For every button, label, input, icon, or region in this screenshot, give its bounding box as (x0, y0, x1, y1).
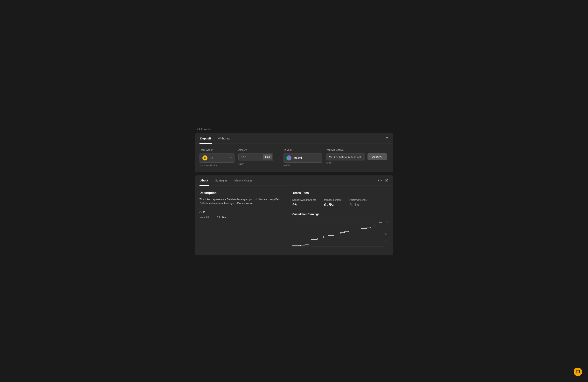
tab-deposit[interactable]: Deposit (200, 133, 212, 144)
tab-historical-rates[interactable]: Historical rates (233, 175, 253, 186)
tab-withdraw[interactable]: Withdraw (217, 133, 231, 144)
deposit-tab-bar: Deposit Withdraw ⚙ (195, 133, 393, 144)
vault-display: dsDAI (284, 153, 322, 163)
cumulative-earnings-section: Cumulative Earnings 12 6 3 (292, 212, 388, 250)
net-apr-label: Net APR (200, 216, 209, 219)
deposit-fee-item: Deposit/Withdrawal fee 0% (292, 199, 316, 207)
deposit-withdrawal-fee-value: 0% (292, 202, 316, 207)
fees-row: Deposit/Withdrawal fee 0% Management fee… (292, 199, 388, 207)
info-content: Description This token represents a Dull… (195, 186, 393, 255)
amount-col: Amount Max $100 (238, 149, 273, 165)
token-name: DAI (210, 156, 228, 159)
from-wallet-label: From wallet (200, 149, 234, 151)
chat-bubble[interactable] (574, 368, 582, 376)
deposit-withdrawal-fee-label: Deposit/Withdrawal fee (292, 199, 316, 201)
amount-label: Amount (238, 149, 273, 151)
info-card: About Strategies Historical rates (195, 175, 393, 255)
back-to-vaults-link[interactable]: Back to vaults (195, 127, 210, 130)
description-title: Description (200, 191, 284, 195)
settings-button[interactable]: ⚙ (385, 136, 388, 140)
svg-text:12: 12 (385, 221, 388, 223)
deposit-form: From wallet DAI ▾ You have 768 DAI (195, 144, 393, 172)
apr-section: APR Net APR 12.86% (200, 210, 284, 219)
deposit-card: Deposit Withdraw ⚙ From wallet (195, 133, 393, 172)
apr-title: APR (200, 210, 284, 213)
arrow-icon: → (276, 149, 280, 160)
to-vault-label: To vault (284, 149, 322, 151)
performance-fee-label: Performance fee (349, 199, 367, 201)
token-select[interactable]: DAI ▾ (200, 153, 234, 163)
chevron-down-icon: ▾ (230, 156, 231, 159)
description-text: This token represents a Dullahan leverag… (200, 197, 284, 206)
external-link-button[interactable] (385, 179, 388, 182)
amount-input-wrap: Max (238, 153, 273, 161)
receive-label: You will receive (326, 149, 388, 151)
performance-fee-item: Performance fee 0.1% (349, 199, 367, 207)
tab-strategies[interactable]: Strategies (214, 175, 228, 186)
apr-row: Net APR 12.86% (200, 216, 284, 219)
max-button[interactable]: Max (263, 154, 272, 159)
tab-about[interactable]: About (200, 175, 209, 186)
info-tab-bar-right (378, 176, 388, 185)
performance-fee-value: 0.1% (349, 202, 367, 207)
vault-icon (286, 155, 292, 160)
amount-input[interactable] (239, 153, 263, 161)
svg-text:3: 3 (385, 240, 387, 242)
fees-chart-section: Yearn Fees Deposit/Withdrawal fee 0% Man… (292, 191, 388, 250)
chart-title: Cumulative Earnings (292, 212, 388, 216)
about-section: Description This token represents a Dull… (200, 191, 284, 250)
amount-usd: $100 (238, 162, 273, 165)
vault-fee-pct: 0.00% (284, 164, 322, 167)
form-columns: From wallet DAI ▾ You have 768 DAI (200, 149, 388, 167)
wallet-balance: You have 768 DAI (200, 164, 234, 167)
chart-container: 12 6 3 (292, 218, 388, 250)
receive-col: You will receive 95.178428351022384034 A… (326, 149, 388, 165)
receive-value: 95.178428351022384034 (326, 153, 365, 160)
net-apr-value: 12.86% (217, 216, 226, 219)
management-fee-label: Management fee (324, 199, 342, 201)
receive-row: 95.178428351022384034 Approve (326, 153, 388, 160)
svg-text:6: 6 (385, 233, 387, 235)
receive-usd: $100 (326, 162, 388, 165)
dai-icon (202, 155, 208, 160)
vault-token-name: dsDAI (294, 156, 302, 160)
management-fee-value: 0.5% (324, 202, 342, 207)
fees-title: Yearn Fees (292, 191, 388, 195)
management-fee-item: Management fee 0.5% (324, 199, 342, 207)
chart-svg: 12 6 3 (292, 218, 388, 250)
to-vault-col: To vault dsDAI 0.00% (284, 149, 322, 167)
from-wallet-col: From wallet DAI ▾ You have 768 DAI (200, 149, 234, 167)
yearn-icon-button[interactable] (378, 179, 382, 182)
info-tab-bar: About Strategies Historical rates (195, 175, 393, 186)
svg-rect-1 (204, 158, 206, 158)
approve-button[interactable]: Approve (368, 153, 387, 160)
